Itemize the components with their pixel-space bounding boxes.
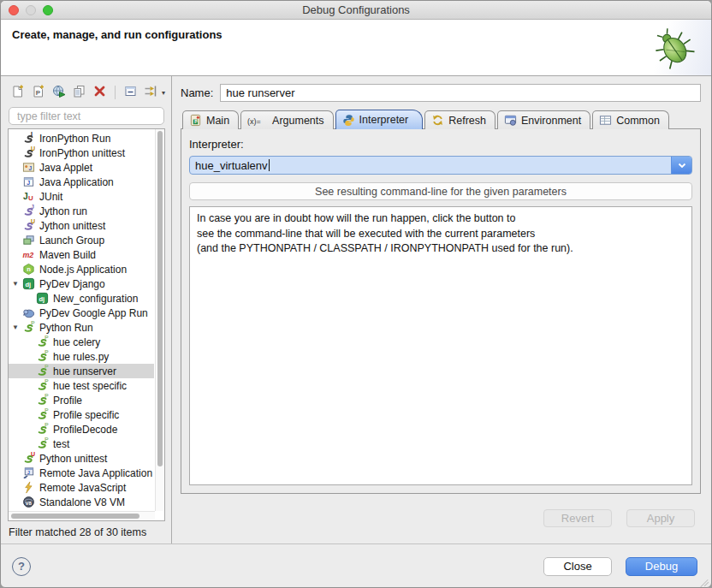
tree-item-python-unittest[interactable]: UPython unittest [9,451,154,466]
svg-text:P: P [44,408,49,413]
tree-item-jython-run[interactable]: JJython run [9,204,154,218]
resize-grip[interactable] [699,576,709,586]
tree-item-launch-group[interactable]: Launch Group [9,233,154,247]
tree-item-remote-javascript[interactable]: Remote JavaScript [9,480,154,495]
interpreter-combobox[interactable]: hue_virtualenv [189,156,692,175]
python-icon: P [36,423,49,436]
tree-item-python-run[interactable]: ▼PPython Run [9,320,154,335]
tree-item-hue-test-specific[interactable]: Phue test specific [9,378,154,393]
collapse-all-button[interactable] [122,85,139,101]
launch-group-icon [22,234,35,246]
new-prototype-button[interactable]: P [30,85,46,101]
new-configuration-button[interactable] [9,85,26,101]
tree-item-label: PyDev Google App Run [39,307,148,319]
tree-item-hue-celery[interactable]: Phue celery [9,335,154,349]
expand-arrow-icon[interactable]: ▼ [9,324,22,331]
revert-button[interactable]: Revert [543,509,612,527]
tree-item-label: Jython unittest [39,220,105,232]
zoom-window-button[interactable] [43,5,53,15]
tree-item-jython-unittest[interactable]: UJython unittest [9,218,154,233]
window-title: Debug Configurations [302,3,410,16]
svg-text:I: I [31,132,33,137]
toolbar-dropdown-caret[interactable]: ▾ [162,89,165,97]
tab-common[interactable]: Common [592,110,669,129]
configurations-sidebar: P▾ IIronPython RunUIronPython unittestJJ… [1,76,172,543]
tree-item-label: JUnit [39,191,62,203]
python-icon: P [36,437,49,450]
tree-item-profile[interactable]: PProfile [9,393,154,407]
tree-item-label: hue test specific [53,380,127,392]
remote-java-icon: J [22,466,35,479]
tree-item-pydev-google-app-run[interactable]: PyDev Google App Run [9,306,154,320]
apply-button[interactable]: Apply [626,509,695,527]
see-command-line-button[interactable]: See resulting command-line for the given… [189,182,692,200]
tree-item-ironpython-unittest[interactable]: UIronPython unittest [9,146,154,160]
tree-item-remote-java-application[interactable]: JRemote Java Application [9,466,154,480]
debug-button[interactable]: Debug [626,557,697,576]
junit-icon: JU [22,190,35,203]
tree-item-label: Launch Group [39,235,104,246]
tree-item-standalone-v8-vm[interactable]: V8Standalone V8 VM [9,495,154,509]
debug-configurations-dialog: Debug Configurations Create, manage, and… [0,0,712,588]
svg-text:dj: dj [39,295,44,303]
svg-text:P: P [44,365,49,370]
title-bar: Debug Configurations [1,1,711,20]
name-input[interactable] [220,84,701,102]
filter-configurations-button[interactable] [143,85,159,101]
filter-input[interactable] [9,107,164,125]
tab-main[interactable]: PMain [182,110,239,129]
tree-item-hue-runserver[interactable]: Phue runserver [9,364,154,378]
django-icon: dj [22,277,35,290]
svg-text:(x)=: (x)= [247,116,261,125]
svg-text:P: P [44,437,49,442]
tree-item-pydev-django[interactable]: ▼djPyDev Django [9,276,154,291]
tree-item-java-application[interactable]: JJava Application [9,175,154,189]
tree-item-java-applet[interactable]: JJava Applet [9,160,154,175]
svg-text:J: J [27,180,30,186]
svg-text:P: P [44,423,49,428]
tree-item-label: hue runserver [53,365,116,377]
delete-configuration-button[interactable] [92,85,108,101]
tree-item-node-js-application[interactable]: nNode.js Application [9,262,154,276]
interpreter-label: Interpreter: [189,136,692,151]
python-icon: P [36,365,49,377]
filter-status: Filter matched 28 of 30 items [8,521,165,543]
svg-text:J: J [23,192,28,201]
tree-vertical-scrollbar[interactable] [155,129,164,511]
command-line-info-text[interactable]: In case you are in doubt how will the ru… [189,206,692,485]
tree-item-profile-specific[interactable]: PProfile specific [9,407,154,422]
duplicate-configuration-button[interactable] [71,85,87,101]
close-button[interactable]: Close [543,557,612,576]
export-configurations-button[interactable] [50,85,67,101]
tree-item-maven-build[interactable]: m2Maven Build [9,247,154,262]
svg-text:P: P [44,350,49,355]
svg-text:P: P [44,379,49,384]
tree-item-label: Maven Build [39,249,96,261]
tree-item-label: ProfileDecode [53,424,117,436]
tab-interpreter[interactable]: Interpreter [335,110,424,129]
common-icon [599,114,612,127]
chevron-down-icon[interactable] [671,157,691,174]
tab-refresh[interactable]: Refresh [424,110,495,129]
tree-item-label: Python Run [39,322,93,334]
tab-arguments[interactable]: (x)=Arguments [240,110,333,129]
tree-horizontal-scrollbar[interactable] [9,511,155,520]
close-window-button[interactable] [9,5,19,15]
tree-item-ironpython-run[interactable]: IIronPython Run [9,131,154,146]
minimize-window-button[interactable] [26,5,36,15]
tree-item-test[interactable]: Ptest [9,437,154,451]
svg-text:P: P [44,336,49,341]
tree-item-label: Jython run [39,205,87,217]
tree-item-label: Remote JavaScript [39,482,126,494]
expand-arrow-icon[interactable]: ▼ [9,280,22,288]
svg-text:n: n [27,265,31,273]
tree-item-profiledecode[interactable]: PProfileDecode [9,422,154,437]
tree-item-new-configuration[interactable]: djNew_configuration [9,291,154,306]
tree-item-label: Profile [53,395,82,407]
python-icon: P [36,350,49,363]
tree-item-junit[interactable]: JUJUnit [9,189,154,204]
tab-environment[interactable]: Environment [497,110,590,129]
tree-item-hue-rules-py[interactable]: Phue rules.py [9,349,154,364]
svg-text:U: U [31,219,35,224]
help-button[interactable]: ? [12,557,31,576]
